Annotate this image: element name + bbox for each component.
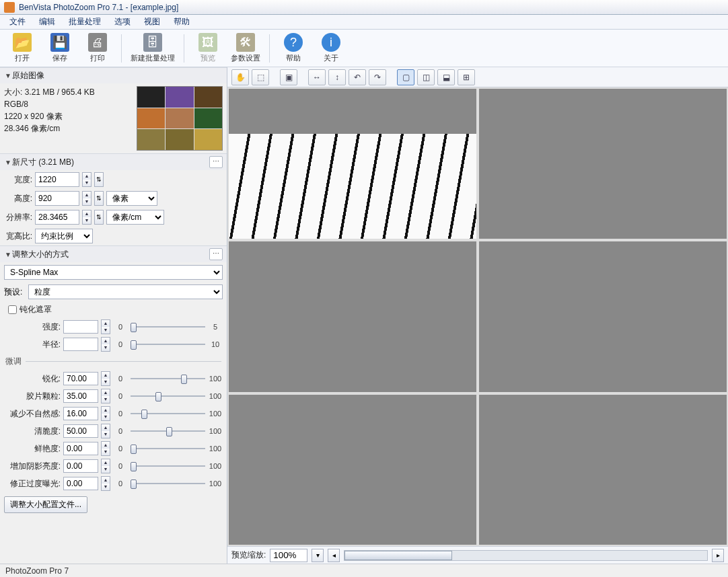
orig-mode: RGB/8 [4, 98, 131, 110]
lock-aspect-icon[interactable]: ⇅ [94, 191, 104, 206]
crispness-input[interactable] [63, 424, 98, 438]
exposure-spinner[interactable]: ▲▼ [101, 476, 110, 491]
menu-options[interactable]: 选项 [108, 15, 137, 29]
size-unit-select[interactable]: 像素 [106, 191, 157, 206]
sharpness-spinner[interactable]: ▲▼ [101, 371, 110, 386]
preset-label: 预设: [4, 286, 26, 298]
vividness-input[interactable] [63, 442, 98, 455]
view-single-icon[interactable]: ▢ [397, 69, 414, 85]
width-input[interactable] [35, 172, 79, 187]
rotate-left-icon[interactable]: ↶ [349, 69, 366, 85]
orig-dims: 1220 x 920 像素 [4, 110, 131, 122]
exposure-slider[interactable] [131, 477, 205, 490]
sharpness-slider[interactable] [131, 373, 205, 385]
resolution-spinner[interactable]: ▲▼ [82, 210, 92, 225]
orig-thumbnail[interactable] [137, 86, 223, 151]
radius-slider[interactable] [131, 338, 205, 350]
zoom-out-button[interactable]: ◂ [328, 549, 340, 562]
exposure-input[interactable] [63, 477, 98, 490]
grain-slider[interactable] [131, 390, 205, 402]
strength-label: 强度: [4, 321, 61, 333]
new-batch-button[interactable]: 🗄新建批量处理 [127, 31, 178, 66]
lock-aspect-icon[interactable]: ⇅ [94, 172, 104, 187]
unsharp-checkbox[interactable] [8, 305, 17, 314]
shadow-input[interactable] [63, 459, 98, 473]
view-quad-icon[interactable]: ⊞ [458, 69, 475, 85]
shadow-label: 增加阴影亮度: [4, 461, 61, 472]
preview-button[interactable]: 🖼预览 [190, 31, 226, 66]
strength-slider[interactable] [131, 321, 205, 333]
print-button[interactable]: 🖨打印 [79, 31, 116, 66]
width-spinner[interactable]: ▲▼ [82, 172, 92, 187]
select-tool-icon[interactable]: ⬚ [252, 69, 269, 85]
params-button[interactable]: 🛠参数设置 [227, 31, 264, 66]
right-panel: ✋ ⬚ ▣ ↔ ↕ ↶ ↷ ▢ ◫ ⬓ ⊞ 预览缩放: ▾ ◂ [227, 67, 728, 564]
preview-area[interactable] [227, 87, 728, 546]
artifact-spinner[interactable]: ▲▼ [101, 406, 110, 421]
resolution-input[interactable] [35, 210, 79, 225]
height-input[interactable] [35, 191, 79, 206]
crop-tool-icon[interactable]: ▣ [280, 69, 297, 85]
zoom-input[interactable] [270, 549, 307, 562]
shadow-slider[interactable] [131, 460, 205, 472]
titlebar: BenVista PhotoZoom Pro 7.1 - [example.jp… [0, 0, 728, 15]
vividness-slider[interactable] [131, 443, 205, 455]
preview-tile [479, 241, 727, 391]
flip-vertical-icon[interactable]: ↕ [328, 69, 346, 85]
strength-input[interactable] [63, 320, 98, 334]
save-button[interactable]: 💾保存 [42, 31, 78, 66]
crispness-slider[interactable] [131, 425, 205, 437]
toolbar-separator [184, 34, 184, 63]
menu-view[interactable]: 视图 [137, 15, 167, 29]
collapse-icon[interactable]: ▼ [4, 72, 12, 79]
grain-input[interactable] [63, 389, 98, 403]
rotate-right-icon[interactable]: ↷ [369, 69, 386, 85]
aspect-select[interactable]: 约束比例 [35, 229, 93, 243]
open-button[interactable]: 📂打开 [4, 31, 40, 66]
resolution-unit-select[interactable]: 像素/cm [106, 210, 164, 225]
collapse-icon[interactable]: ▼ [4, 159, 12, 166]
pan-tool-icon[interactable]: ✋ [231, 69, 249, 85]
status-text: PhotoZoom Pro 7 [5, 566, 69, 576]
zoom-in-button[interactable]: ▸ [712, 549, 724, 562]
vividness-spinner[interactable]: ▲▼ [101, 441, 110, 456]
about-button[interactable]: i关于 [313, 31, 349, 66]
help-button[interactable]: ?帮助 [275, 31, 312, 66]
artifact-slider[interactable] [131, 408, 205, 420]
flip-horizontal-icon[interactable]: ↔ [308, 69, 326, 85]
sharpness-input[interactable] [63, 372, 98, 385]
zoom-dropdown-icon[interactable]: ▾ [312, 549, 324, 562]
preview-scrollbar[interactable] [344, 550, 708, 561]
original-image-section: ▼原始图像 大小: 3.21 MB / 965.4 KB RGB/8 1220 … [0, 67, 227, 153]
artifact-input[interactable] [63, 407, 98, 420]
height-spinner[interactable]: ▲▼ [82, 191, 92, 206]
lock-icon[interactable]: ⇅ [94, 210, 104, 225]
preset-select[interactable]: 粒度 [28, 284, 223, 299]
resolution-label: 分辨率: [4, 212, 32, 223]
shadow-spinner[interactable]: ▲▼ [101, 459, 110, 473]
vividness-label: 鲜艳度: [4, 443, 61, 455]
strength-spinner[interactable]: ▲▼ [101, 319, 110, 334]
radius-label: 半径: [4, 339, 61, 350]
collapse-icon[interactable]: ▼ [4, 251, 12, 258]
finetune-label: 微调 [5, 356, 22, 367]
menu-batch[interactable]: 批量处理 [62, 15, 108, 29]
menu-edit[interactable]: 编辑 [32, 15, 62, 29]
radius-spinner[interactable]: ▲▼ [101, 337, 110, 352]
section-menu-button[interactable]: ⋯ [209, 156, 223, 168]
height-label: 高度: [4, 193, 32, 204]
zoom-label: 预览缩放: [231, 549, 266, 561]
section-menu-button[interactable]: ⋯ [209, 248, 223, 260]
menu-help[interactable]: 帮助 [167, 15, 196, 29]
section-title: 新尺寸 (3.21 MB) [12, 157, 209, 168]
view-split-h-icon[interactable]: ⬓ [437, 69, 455, 85]
resize-profile-button[interactable]: 调整大小配置文件... [4, 496, 87, 513]
radius-input[interactable] [63, 338, 98, 351]
crispness-label: 清脆度: [4, 426, 61, 437]
resize-method-select[interactable]: S-Spline Max [4, 265, 223, 280]
view-split-v-icon[interactable]: ◫ [417, 69, 435, 85]
grain-spinner[interactable]: ▲▼ [101, 389, 110, 403]
unsharp-label: 钝化遮罩 [20, 304, 52, 315]
crispness-spinner[interactable]: ▲▼ [101, 424, 110, 438]
menu-file[interactable]: 文件 [3, 15, 32, 29]
